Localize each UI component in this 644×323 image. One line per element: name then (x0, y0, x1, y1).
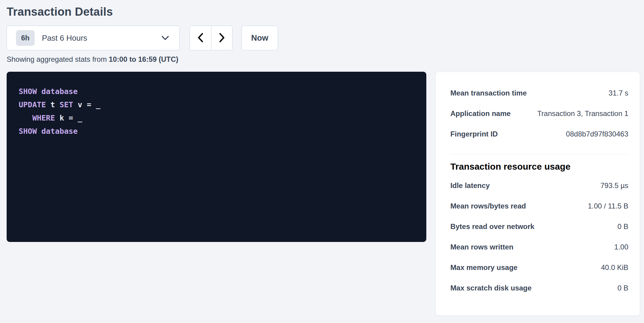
transaction-details-panel: Mean transaction time 31.7 s Application… (435, 72, 640, 316)
detail-row-mean-transaction-time: Mean transaction time 31.7 s (450, 83, 628, 103)
detail-value: 1.00 / 11.5 B (588, 202, 628, 210)
detail-label: Bytes read over network (450, 222, 535, 231)
sql-token: WHERE (19, 114, 55, 122)
time-toolbar: 6h Past 6 Hours (7, 26, 640, 50)
now-button[interactable]: Now (242, 26, 278, 50)
detail-label: Mean rows written (450, 243, 513, 251)
sql-token: SHOW database (19, 87, 78, 96)
sql-token: t (46, 100, 59, 109)
detail-row-fingerprint-id: Fingerprint ID 08d8b7d97f830463 (450, 124, 628, 144)
detail-row-mean-rows-written: Mean rows written 1.00 (450, 237, 628, 257)
detail-row-application-name: Application name Transaction 3, Transact… (450, 103, 628, 124)
detail-label: Mean transaction time (450, 89, 527, 97)
detail-value: Transaction 3, Transaction 1 (537, 109, 628, 118)
detail-row-idle-latency: Idle latency 793.5 µs (450, 175, 628, 196)
caption-prefix: Showing aggregated stats from (7, 55, 109, 63)
detail-row-max-memory-usage: Max memory usage 40.0 KiB (450, 257, 628, 278)
transaction-details-page: Transaction Details 6h Past 6 Hours (0, 0, 644, 316)
chevron-right-icon (219, 33, 225, 44)
sql-line: SHOW database (19, 125, 414, 138)
next-time-button[interactable] (211, 26, 232, 50)
detail-row-mean-rows-bytes-read: Mean rows/bytes read 1.00 / 11.5 B (450, 196, 628, 216)
page-title: Transaction Details (7, 5, 640, 18)
sql-token: v = _ (73, 100, 100, 109)
panel-divider (450, 154, 628, 154)
sql-token: UPDATE (19, 100, 46, 109)
resource-usage-heading: Transaction resource usage (450, 162, 628, 172)
detail-value: 0 B (617, 284, 628, 292)
chevron-left-icon (197, 33, 204, 44)
detail-value: 08d8b7d97f830463 (566, 130, 628, 138)
detail-value: 793.5 µs (600, 181, 628, 190)
caption-time-range: 10:00 to 16:59 (UTC) (109, 55, 178, 63)
sql-token: SHOW database (19, 127, 78, 136)
time-range-badge: 6h (16, 30, 35, 46)
detail-value: 40.0 KiB (601, 263, 628, 272)
detail-label: Mean rows/bytes read (450, 202, 526, 210)
sql-line: UPDATE t SET v = _ (19, 98, 414, 111)
sql-statement-box: SHOW database UPDATE t SET v = _ WHERE k… (7, 72, 426, 242)
aggregated-stats-caption: Showing aggregated stats from 10:00 to 1… (7, 55, 640, 64)
detail-label: Max memory usage (450, 263, 518, 272)
sql-line: SHOW database (19, 85, 414, 98)
detail-row-max-scratch-disk-usage: Max scratch disk usage 0 B (450, 278, 628, 298)
detail-label: Idle latency (450, 181, 490, 190)
detail-value: 1.00 (614, 243, 628, 251)
detail-label: Application name (450, 109, 511, 118)
time-range-label: Past 6 Hours (42, 33, 87, 43)
sql-line: WHERE k = _ (19, 111, 414, 125)
previous-time-button[interactable] (190, 26, 211, 50)
detail-row-bytes-read-over-network: Bytes read over network 0 B (450, 216, 628, 237)
main-content: SHOW database UPDATE t SET v = _ WHERE k… (7, 72, 640, 316)
detail-label: Fingerprint ID (450, 130, 498, 138)
sql-token: SET (59, 100, 73, 109)
detail-label: Max scratch disk usage (450, 284, 532, 292)
time-step-button-group (190, 26, 232, 50)
detail-value: 0 B (617, 222, 628, 231)
chevron-down-icon (161, 36, 169, 40)
time-range-select[interactable]: 6h Past 6 Hours (7, 26, 180, 50)
detail-value: 31.7 s (609, 89, 628, 97)
sql-token: k = _ (55, 114, 82, 122)
